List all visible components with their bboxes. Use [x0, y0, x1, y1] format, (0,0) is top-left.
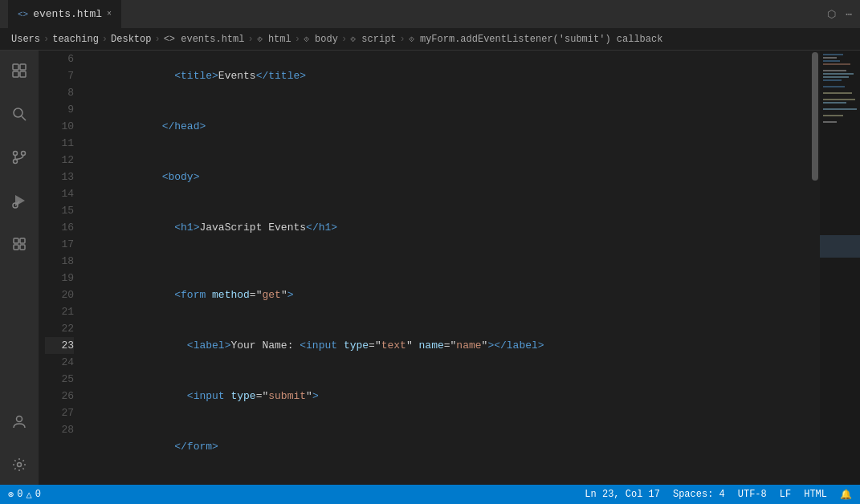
- source-control-icon[interactable]: [6, 144, 33, 171]
- svg-rect-2: [13, 71, 18, 77]
- run-debug-icon[interactable]: [6, 187, 33, 214]
- svg-rect-14: [20, 238, 25, 243]
- svg-point-18: [18, 463, 22, 467]
- breadcrumb-file[interactable]: <> events.html: [164, 34, 245, 45]
- search-icon[interactable]: [6, 100, 33, 128]
- editor-tab[interactable]: <> events.html ×: [8, 0, 121, 28]
- scrollbar-thumb[interactable]: [812, 52, 818, 181]
- line-numbers: 6 7 8 9 10 11 12 13 14 15 16 17 18 19 20…: [39, 51, 80, 485]
- svg-rect-13: [14, 238, 18, 243]
- settings-icon[interactable]: [6, 451, 33, 478]
- breadcrumb-body[interactable]: ⟐ body: [304, 34, 338, 45]
- more-actions-icon[interactable]: ⋯: [846, 8, 852, 21]
- svg-point-4: [14, 108, 22, 117]
- svg-point-7: [22, 152, 26, 156]
- activity-bar-bottom: [6, 408, 33, 478]
- breadcrumb-users[interactable]: Users: [11, 34, 40, 45]
- code-line-8: <body>: [87, 152, 804, 202]
- svg-rect-0: [13, 64, 18, 70]
- error-count: 0: [17, 489, 22, 500]
- code-line-13: <input type="submit">: [87, 371, 804, 421]
- main-layout: 6 7 8 9 10 11 12 13 14 15 16 17 18 19 20…: [0, 51, 860, 485]
- code-content: <title>Events</title> </head> <body> <h1…: [80, 51, 810, 485]
- svg-line-5: [22, 116, 26, 120]
- code-line-14: </form>: [87, 421, 804, 472]
- status-errors[interactable]: ⊗ 0 △ 0: [8, 489, 41, 501]
- indentation[interactable]: Spaces: 4: [673, 489, 725, 500]
- svg-rect-1: [20, 64, 26, 70]
- split-editor-icon[interactable]: ⬡: [827, 8, 836, 21]
- title-bar-actions: ⬡ ⋯: [827, 8, 852, 21]
- accounts-icon[interactable]: [6, 408, 33, 435]
- svg-rect-16: [20, 245, 25, 250]
- code-line-11: <form method="get">: [87, 270, 804, 320]
- svg-point-6: [14, 152, 18, 156]
- scrollbar[interactable]: [810, 51, 820, 485]
- code-line-7: </head>: [87, 101, 804, 152]
- svg-point-8: [14, 160, 18, 164]
- code-line-12: <label>Your Name: <input type="text" nam…: [87, 320, 804, 371]
- code-line-15: [87, 472, 804, 485]
- explorer-icon[interactable]: [6, 57, 33, 84]
- warning-count: 0: [35, 489, 41, 500]
- breadcrumb-script[interactable]: ⟐ script: [350, 34, 396, 45]
- title-bar: <> events.html × ⬡ ⋯: [0, 0, 860, 28]
- notifications-icon[interactable]: 🔔: [840, 489, 852, 501]
- file-icon: <>: [18, 10, 28, 19]
- code-line-10: [87, 253, 804, 270]
- breadcrumb-html[interactable]: ⟐ html: [257, 34, 291, 45]
- breadcrumb: Users › teaching › Desktop › <> events.h…: [0, 28, 860, 51]
- breadcrumb-desktop[interactable]: Desktop: [111, 34, 151, 45]
- encoding[interactable]: UTF-8: [738, 489, 767, 500]
- minimap: [820, 51, 860, 485]
- extensions-icon[interactable]: [6, 230, 33, 258]
- tab-close-button[interactable]: ×: [107, 10, 112, 18]
- error-icon: ⊗: [8, 489, 14, 501]
- code-line-6: <title>Events</title>: [87, 51, 804, 101]
- breadcrumb-callback[interactable]: ⟐ myForm.addEventListener('submit') call…: [409, 34, 663, 45]
- svg-marker-10: [15, 195, 25, 206]
- editor-area: 6 7 8 9 10 11 12 13 14 15 16 17 18 19 20…: [39, 51, 860, 485]
- cursor-position[interactable]: Ln 23, Col 17: [585, 489, 660, 500]
- svg-rect-15: [14, 245, 18, 250]
- minimap-highlight: [820, 235, 860, 258]
- line-ending[interactable]: LF: [780, 489, 791, 500]
- tab-filename: events.html: [33, 8, 102, 20]
- breadcrumb-teaching[interactable]: teaching: [52, 34, 99, 45]
- activity-bar: [0, 51, 39, 485]
- code-editor[interactable]: 6 7 8 9 10 11 12 13 14 15 16 17 18 19 20…: [39, 51, 860, 485]
- language-mode[interactable]: HTML: [804, 489, 827, 500]
- status-bar: ⊗ 0 △ 0 Ln 23, Col 17 Spaces: 4 UTF-8 LF…: [0, 485, 860, 504]
- status-bar-right: Ln 23, Col 17 Spaces: 4 UTF-8 LF HTML 🔔: [585, 489, 852, 501]
- svg-rect-3: [20, 71, 26, 77]
- code-line-9: <h1>JavaScript Events</h1>: [87, 202, 804, 253]
- svg-point-17: [17, 417, 22, 422]
- status-bar-left: ⊗ 0 △ 0: [8, 489, 41, 501]
- triangle-icon: △: [26, 489, 31, 501]
